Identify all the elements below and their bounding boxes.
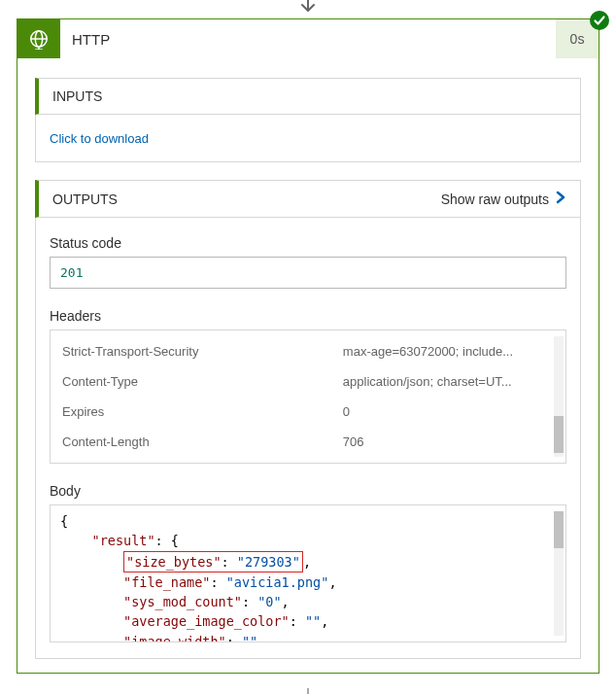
json-line: "result": { xyxy=(60,531,556,550)
header-value: application/json; charset=UT... xyxy=(343,374,546,389)
flow-connector xyxy=(307,688,309,694)
header-key: Strict-Transport-Security xyxy=(62,344,343,359)
inputs-label: INPUTS xyxy=(52,88,102,104)
outputs-label: OUTPUTS xyxy=(52,191,118,207)
outputs-header: OUTPUTS Show raw outputs xyxy=(35,180,581,218)
headers-label: Headers xyxy=(50,308,566,324)
header-row: Content-Length706 xyxy=(51,427,565,457)
inputs-section: INPUTS Click to download xyxy=(35,78,581,162)
chevron-right-icon xyxy=(555,191,566,207)
success-check-icon xyxy=(590,11,609,30)
action-title: HTTP xyxy=(60,19,556,58)
header-row: Content-Typeapplication/json; charset=UT… xyxy=(51,366,565,397)
inputs-header: INPUTS xyxy=(35,78,581,115)
http-action-card: HTTP 0s INPUTS Click to download OUTPUTS… xyxy=(17,18,599,674)
flow-arrow-down-icon xyxy=(297,0,319,18)
header-row: Expires0 xyxy=(51,397,565,427)
inputs-body: Click to download xyxy=(35,115,581,162)
header-key: Expires xyxy=(62,404,343,419)
header-value: max-age=63072000; include... xyxy=(343,344,546,359)
json-line: "average_image_color": "", xyxy=(60,611,556,631)
status-code-value: 201 xyxy=(50,257,566,289)
json-line: "sys_mod_count": "0", xyxy=(60,592,556,611)
action-header[interactable]: HTTP 0s xyxy=(17,19,599,58)
json-line: "file_name": "avicia1.png", xyxy=(60,573,556,592)
raw-outputs-text: Show raw outputs xyxy=(441,191,549,207)
show-raw-outputs-link[interactable]: Show raw outputs xyxy=(441,191,566,207)
header-value: 706 xyxy=(343,434,546,449)
header-value: 0 xyxy=(343,404,546,419)
body-label: Body xyxy=(50,483,566,499)
download-inputs-link[interactable]: Click to download xyxy=(50,131,149,146)
globe-network-icon xyxy=(17,19,60,58)
body-json-box: { "result": { "size_bytes": "279303", "f… xyxy=(50,504,566,642)
svg-point-0 xyxy=(590,11,609,30)
header-key: Content-Length xyxy=(62,434,343,449)
outputs-section: OUTPUTS Show raw outputs Status code 201… xyxy=(35,180,581,659)
json-line: "size_bytes": "279303", xyxy=(60,551,556,573)
status-code-label: Status code xyxy=(50,235,566,251)
outputs-body: Status code 201 Headers Strict-Transport… xyxy=(35,218,581,659)
json-line: "image_width": "", xyxy=(60,632,556,643)
headers-table: Strict-Transport-Securitymax-age=6307200… xyxy=(50,330,566,464)
header-key: Content-Type xyxy=(62,374,343,389)
header-row: Strict-Transport-Securitymax-age=6307200… xyxy=(51,336,565,366)
json-line: { xyxy=(60,511,556,531)
scrollbar-thumb[interactable] xyxy=(554,511,564,548)
scrollbar-thumb[interactable] xyxy=(554,416,564,453)
highlighted-fragment: "size_bytes": "279303" xyxy=(123,551,303,573)
